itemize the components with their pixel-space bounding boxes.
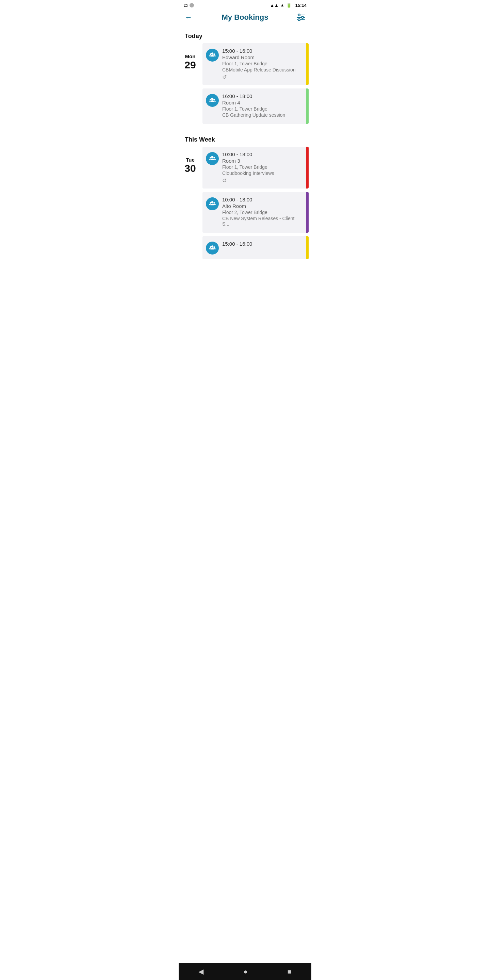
card-accent bbox=[306, 89, 309, 124]
status-time: 15:14 bbox=[295, 3, 307, 8]
card-time: 15:00 - 16:00 bbox=[222, 48, 303, 54]
svg-point-16 bbox=[210, 202, 211, 204]
booking-card[interactable]: 16:00 - 18:00 Room 4 Floor 1, Tower Brid… bbox=[202, 89, 309, 124]
card-room: Alto Room bbox=[222, 203, 303, 209]
status-bar: 🗂 ▲▲ ▲ 🔋 15:14 bbox=[179, 0, 311, 10]
card-info: 10:00 - 18:00 Alto Room Floor 2, Tower B… bbox=[222, 197, 303, 228]
battery-icon: 🔋 bbox=[286, 3, 292, 8]
card-time: 15:00 - 16:00 bbox=[222, 241, 303, 247]
room-icon bbox=[206, 49, 219, 62]
main-content: Today Mon 29 15:00 - 16:00 Edward Room F… bbox=[179, 27, 311, 266]
svg-point-19 bbox=[210, 247, 211, 248]
card-content: 10:00 - 18:00 Room 3 Floor 1, Tower Brid… bbox=[202, 147, 306, 189]
card-info: 10:00 - 18:00 Room 3 Floor 1, Tower Brid… bbox=[222, 151, 303, 184]
booking-group: Mon 29 15:00 - 16:00 Edward Room Floor 1… bbox=[179, 43, 311, 130]
card-event: CB Gathering Update session bbox=[222, 112, 303, 118]
day-label: Mon 29 bbox=[181, 43, 199, 70]
booking-cards: 10:00 - 18:00 Room 3 Floor 1, Tower Brid… bbox=[202, 147, 309, 259]
day-name: Tue bbox=[181, 157, 199, 163]
repeat-icon: ↺ bbox=[222, 177, 227, 184]
svg-point-3 bbox=[298, 14, 300, 16]
booking-card[interactable]: 10:00 - 18:00 Alto Room Floor 2, Tower B… bbox=[202, 192, 309, 233]
app-header: ← My Bookings bbox=[179, 10, 311, 27]
svg-point-11 bbox=[213, 99, 215, 100]
repeat-icon: ↺ bbox=[222, 74, 227, 80]
card-info: 15:00 - 16:00 Edward Room Floor 1, Tower… bbox=[222, 48, 303, 80]
svg-point-6 bbox=[211, 52, 213, 54]
day-name: Mon bbox=[181, 53, 199, 59]
wifi-icon: ▲▲ bbox=[270, 3, 279, 8]
day-label: Tue 30 bbox=[181, 147, 199, 174]
svg-point-10 bbox=[210, 99, 211, 100]
status-icons: ▲▲ ▲ 🔋 15:14 bbox=[270, 3, 307, 8]
section-today: Today Mon 29 15:00 - 16:00 Edward Room F… bbox=[179, 27, 311, 130]
booking-cards: 15:00 - 16:00 Edward Room Floor 1, Tower… bbox=[202, 43, 309, 124]
circle-icon bbox=[189, 3, 194, 8]
svg-point-4 bbox=[301, 16, 304, 18]
card-accent bbox=[306, 192, 309, 233]
svg-point-12 bbox=[211, 156, 213, 158]
filter-button[interactable] bbox=[293, 14, 305, 21]
card-accent bbox=[306, 147, 309, 189]
day-number: 29 bbox=[181, 59, 199, 70]
card-content: 15:00 - 16:00 bbox=[202, 236, 306, 259]
svg-point-18 bbox=[211, 245, 213, 247]
svg-point-14 bbox=[213, 157, 215, 159]
card-room: Room 3 bbox=[222, 158, 303, 164]
card-floor: Floor 2, Tower Bridge bbox=[222, 210, 303, 215]
svg-point-17 bbox=[213, 202, 215, 204]
filter-icon bbox=[296, 14, 305, 21]
sim-icon: 🗂 bbox=[183, 3, 188, 8]
card-event: CBMobile App Release Discussion bbox=[222, 67, 303, 73]
back-button[interactable]: ← bbox=[185, 13, 197, 22]
card-accent bbox=[306, 236, 309, 259]
svg-point-7 bbox=[210, 53, 211, 55]
status-bar-left: 🗂 bbox=[183, 3, 194, 8]
svg-point-5 bbox=[298, 19, 300, 21]
card-event: CB New System Releases - Client S... bbox=[222, 216, 303, 227]
section-label: Today bbox=[179, 27, 311, 43]
card-content: 15:00 - 16:00 Edward Room Floor 1, Tower… bbox=[202, 43, 306, 85]
card-floor: Floor 1, Tower Bridge bbox=[222, 106, 303, 111]
card-room: Room 4 bbox=[222, 100, 303, 105]
svg-point-15 bbox=[211, 201, 213, 203]
svg-point-13 bbox=[210, 157, 211, 159]
svg-point-8 bbox=[213, 53, 215, 55]
card-accent bbox=[306, 43, 309, 85]
svg-point-9 bbox=[211, 98, 213, 100]
card-content: 10:00 - 18:00 Alto Room Floor 2, Tower B… bbox=[202, 192, 306, 233]
card-event: Cloudbooking Interviews bbox=[222, 170, 303, 176]
booking-card[interactable]: 15:00 - 16:00 bbox=[202, 236, 309, 259]
signal-icon: ▲ bbox=[280, 3, 285, 8]
booking-card[interactable]: 10:00 - 18:00 Room 3 Floor 1, Tower Brid… bbox=[202, 147, 309, 189]
card-time: 10:00 - 18:00 bbox=[222, 151, 303, 157]
card-time: 16:00 - 18:00 bbox=[222, 93, 303, 99]
svg-point-20 bbox=[213, 247, 215, 248]
card-floor: Floor 1, Tower Bridge bbox=[222, 164, 303, 170]
card-floor: Floor 1, Tower Bridge bbox=[222, 61, 303, 66]
card-content: 16:00 - 18:00 Room 4 Floor 1, Tower Brid… bbox=[202, 89, 306, 124]
booking-group: Tue 30 10:00 - 18:00 Room 3 Floor 1, Tow… bbox=[179, 147, 311, 266]
card-time: 10:00 - 18:00 bbox=[222, 197, 303, 202]
section-this-week: This Week Tue 30 10:00 - 18:00 Room 3 Fl… bbox=[179, 130, 311, 266]
card-info: 15:00 - 16:00 bbox=[222, 241, 303, 247]
day-number: 30 bbox=[181, 163, 199, 174]
card-room: Edward Room bbox=[222, 54, 303, 60]
room-icon bbox=[206, 94, 219, 107]
room-icon bbox=[206, 197, 219, 210]
room-icon bbox=[206, 242, 219, 255]
room-icon bbox=[206, 152, 219, 165]
page-title: My Bookings bbox=[197, 13, 293, 22]
card-info: 16:00 - 18:00 Room 4 Floor 1, Tower Brid… bbox=[222, 93, 303, 119]
section-label: This Week bbox=[179, 130, 311, 147]
booking-card[interactable]: 15:00 - 16:00 Edward Room Floor 1, Tower… bbox=[202, 43, 309, 85]
